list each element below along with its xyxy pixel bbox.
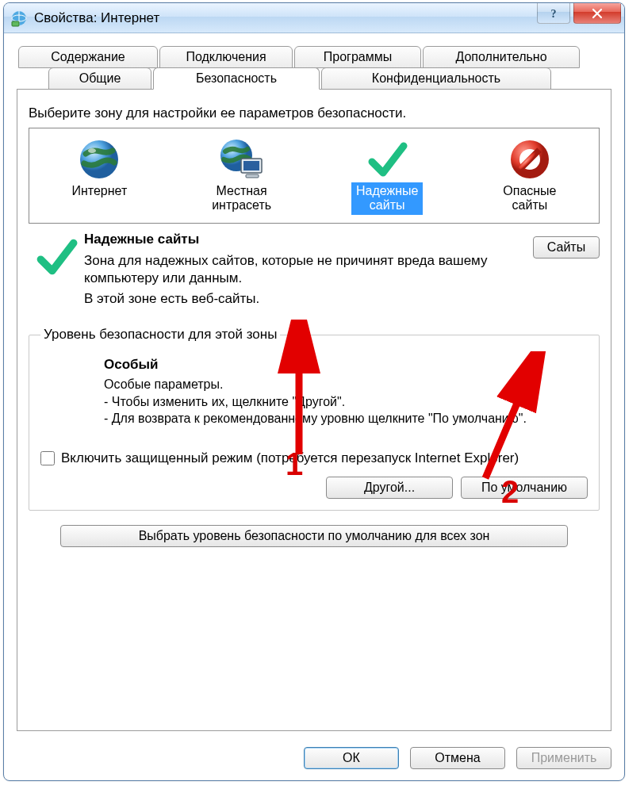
- globe-pc-icon: [218, 138, 266, 181]
- tab-privacy[interactable]: Конфиденциальность: [321, 67, 551, 90]
- app-icon: [10, 10, 28, 27]
- tab-general[interactable]: Общие: [48, 67, 151, 90]
- reset-all-zones-button[interactable]: Выбрать уровень безопасности по умолчани…: [60, 525, 568, 547]
- custom-level-button[interactable]: Другой...: [326, 477, 453, 499]
- default-level-button[interactable]: По умолчанию: [461, 477, 588, 499]
- zone-intranet[interactable]: Местная интрасеть: [201, 135, 282, 218]
- protected-mode-checkbox[interactable]: [40, 451, 55, 465]
- protected-mode-label[interactable]: Включить защищенный режим (потребуется п…: [61, 450, 519, 467]
- security-tab-panel: Выберите зону для настройки ее параметро…: [17, 89, 611, 731]
- svg-point-5: [88, 148, 96, 153]
- zone-label: Надежные сайты: [351, 182, 423, 215]
- zone-label: Интернет: [67, 182, 132, 200]
- selected-zone-icon: [29, 232, 84, 311]
- sites-button[interactable]: Сайты: [533, 236, 600, 259]
- tab-connections[interactable]: Подключения: [159, 46, 293, 68]
- globe-icon: [75, 138, 123, 181]
- dialog-buttons: ОК Отмена Применить: [4, 739, 624, 780]
- level-name: Особый: [104, 357, 588, 373]
- zone-restricted[interactable]: Опасные сайты: [492, 135, 567, 218]
- svg-rect-9: [246, 174, 259, 178]
- svg-text:?: ?: [551, 8, 557, 20]
- check-icon: [363, 138, 411, 181]
- tab-advanced[interactable]: Дополнительно: [423, 46, 580, 68]
- security-level-group: Уровень безопасности для этой зоны Особы…: [29, 327, 600, 511]
- zone-internet[interactable]: Интернет: [60, 135, 138, 218]
- tab-content[interactable]: Содержание: [18, 46, 158, 68]
- apply-button[interactable]: Применить: [516, 747, 611, 769]
- forbidden-icon: [506, 138, 554, 181]
- level-line2: - Чтобы изменить их, щелкните "Другой".: [104, 393, 588, 411]
- close-button[interactable]: [573, 3, 621, 24]
- group-legend: Уровень безопасности для этой зоны: [40, 327, 280, 343]
- tabs-row-top: Содержание Подключения Программы Дополни…: [18, 46, 611, 68]
- tab-programs[interactable]: Программы: [294, 46, 421, 68]
- zone-list: Интернет Местная интрасеть Надежные сайт…: [29, 128, 600, 224]
- zone-trusted[interactable]: Надежные сайты: [345, 135, 429, 218]
- window-title: Свойства: Интернет: [34, 10, 159, 26]
- selected-zone-note: В этой зоне есть веб-сайты.: [84, 290, 496, 308]
- ok-button[interactable]: ОК: [304, 747, 399, 769]
- help-button[interactable]: ?: [537, 3, 570, 24]
- level-line1: Особые параметры.: [104, 376, 588, 393]
- zone-instruction: Выберите зону для настройки ее параметро…: [29, 105, 600, 121]
- svg-rect-8: [243, 161, 259, 170]
- selected-zone-desc: Зона для надежных сайтов, которые не при…: [84, 252, 496, 287]
- selected-zone-title: Надежные сайты: [84, 232, 496, 247]
- tabs-row-bottom: Общие Безопасность Конфиденциальность: [48, 67, 611, 90]
- zone-label: Опасные сайты: [498, 182, 561, 215]
- titlebar: Свойства: Интернет ?: [4, 3, 624, 33]
- tab-security[interactable]: Безопасность: [153, 67, 320, 90]
- internet-properties-window: Свойства: Интернет ? Содержание Подключе…: [3, 2, 625, 781]
- cancel-button[interactable]: Отмена: [410, 747, 505, 769]
- level-line3: - Для возврата к рекомендованному уровню…: [104, 410, 588, 427]
- zone-label: Местная интрасеть: [207, 182, 276, 215]
- svg-rect-2: [12, 21, 19, 26]
